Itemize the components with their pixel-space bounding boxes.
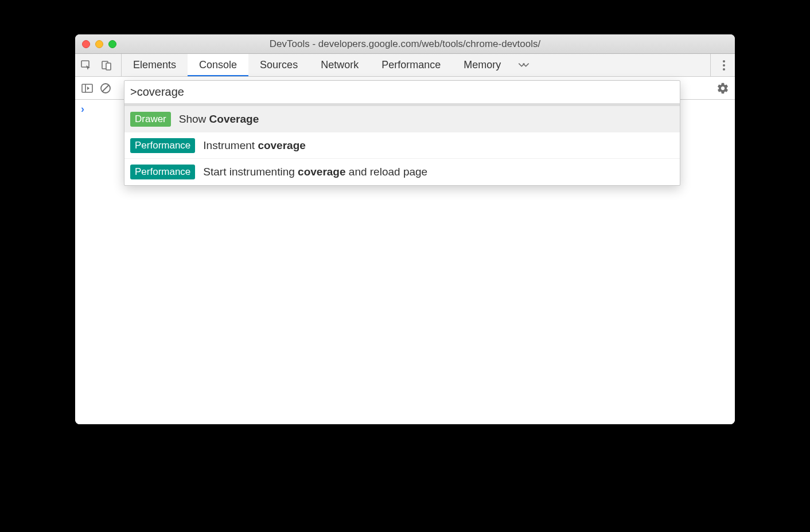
command-list: DrawerShow CoveragePerformanceInstrument… — [124, 106, 680, 185]
tabbar-left-icons — [80, 54, 122, 76]
traffic-lights — [82, 40, 116, 48]
command-text: Show Coverage — [179, 113, 259, 126]
close-button[interactable] — [82, 40, 90, 48]
command-badge: Performance — [130, 138, 195, 153]
command-text: Start instrumenting coverage and reload … — [203, 166, 427, 178]
tabbar-right — [710, 54, 730, 76]
svg-point-3 — [723, 60, 725, 62]
command-input-row — [124, 81, 680, 106]
kebab-menu-icon[interactable] — [718, 59, 730, 72]
more-tabs-icon[interactable] — [517, 59, 529, 72]
command-item[interactable]: PerformanceStart instrumenting coverage … — [124, 159, 680, 185]
svg-rect-2 — [106, 63, 111, 70]
titlebar: DevTools - developers.google.com/web/too… — [75, 34, 735, 54]
tabs-container: ElementsConsoleSourcesNetworkPerformance… — [122, 54, 512, 76]
command-palette: DrawerShow CoveragePerformanceInstrument… — [124, 80, 680, 186]
svg-point-4 — [723, 64, 725, 66]
tab-network[interactable]: Network — [309, 54, 370, 76]
command-badge: Drawer — [130, 112, 171, 127]
main-tabbar: ElementsConsoleSourcesNetworkPerformance… — [75, 54, 735, 77]
inspect-element-icon[interactable] — [80, 59, 92, 72]
command-item[interactable]: DrawerShow Coverage — [124, 106, 680, 132]
command-input[interactable] — [130, 85, 674, 99]
console-prompt-caret: › — [81, 103, 84, 115]
tab-console[interactable]: Console — [188, 54, 248, 76]
toggle-sidebar-icon[interactable] — [81, 82, 94, 95]
svg-point-5 — [723, 68, 725, 71]
maximize-button[interactable] — [108, 40, 116, 48]
tab-memory[interactable]: Memory — [452, 54, 512, 76]
minimize-button[interactable] — [95, 40, 103, 48]
console-settings-icon[interactable] — [716, 82, 729, 95]
tab-sources[interactable]: Sources — [248, 54, 309, 76]
command-item[interactable]: PerformanceInstrument coverage — [124, 132, 680, 159]
device-toolbar-icon[interactable] — [100, 59, 113, 72]
svg-rect-0 — [81, 61, 89, 67]
clear-console-icon[interactable] — [99, 82, 112, 95]
window-title: DevTools - developers.google.com/web/too… — [75, 38, 735, 50]
tab-performance[interactable]: Performance — [370, 54, 452, 76]
command-text: Instrument coverage — [203, 139, 306, 152]
command-badge: Performance — [130, 165, 195, 179]
tab-elements[interactable]: Elements — [122, 54, 188, 76]
